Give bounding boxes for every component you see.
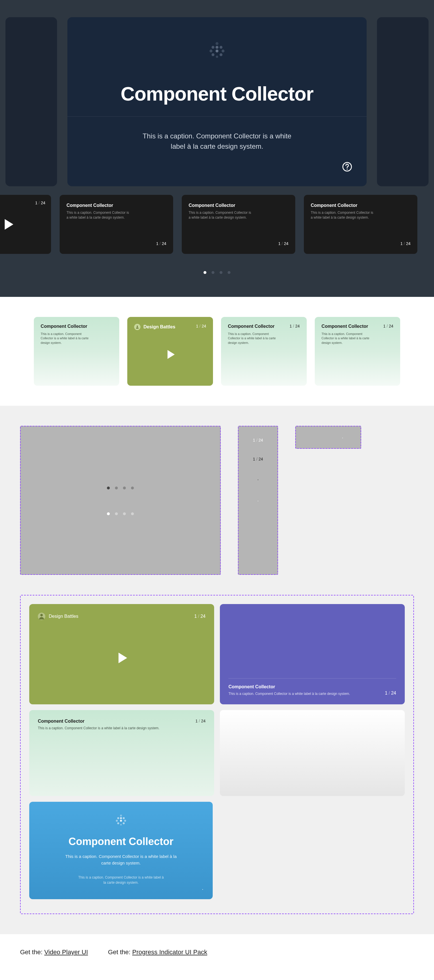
close-icon[interactable]	[255, 518, 261, 525]
close-icon[interactable]	[108, 323, 113, 329]
page-dot[interactable]	[107, 512, 110, 515]
help-icon[interactable]	[255, 497, 261, 504]
progress-indicator-link[interactable]: Progress Indicator UI Pack	[132, 948, 207, 956]
help-icon[interactable]	[255, 476, 261, 482]
card-title: Design Battles	[143, 325, 175, 329]
page-indicator-light	[21, 512, 220, 515]
mint-card[interactable]: Component Collector This is a caption. C…	[315, 317, 400, 386]
count-badge: 1/24	[196, 719, 206, 723]
spec-large-box	[20, 426, 221, 575]
next-arrow-icon[interactable]	[390, 651, 396, 658]
card-title: Component Collector	[228, 324, 300, 329]
page-dot[interactable]	[107, 487, 110, 489]
next-arrow-icon[interactable]	[205, 512, 212, 519]
avatar-icon	[134, 324, 140, 330]
olive-card[interactable]: Design Battles 1/24	[29, 604, 214, 704]
page-indicator-dark	[21, 487, 220, 489]
indigo-card[interactable]: Component Collector This is a caption. C…	[220, 604, 405, 704]
mint-card[interactable]: Component Collector This is a caption. C…	[221, 317, 307, 386]
next-arrow-icon[interactable]	[408, 347, 417, 356]
play-icon[interactable]	[113, 649, 131, 667]
diamond-dots-icon	[208, 40, 226, 60]
prev-arrow-icon[interactable]	[38, 749, 44, 757]
dark-thumb-playing[interactable]: n Battles 1/24	[0, 195, 51, 254]
thumb-title: Component Collector	[67, 203, 166, 208]
count-badge: 1/24	[156, 241, 166, 246]
page-dot[interactable]	[131, 512, 134, 515]
count-badge: 1/24	[383, 324, 393, 328]
close-icon[interactable]	[255, 539, 261, 546]
divider	[67, 116, 367, 117]
page-dot[interactable]	[123, 487, 126, 489]
help-icon[interactable]	[199, 885, 206, 892]
page-dot[interactable]	[115, 512, 118, 515]
video-player-ui-link[interactable]: Video Player UI	[44, 948, 88, 956]
page-dot[interactable]	[220, 271, 222, 274]
card-title: Component Collector	[322, 324, 394, 329]
count-badge: 1/24	[196, 324, 206, 328]
hero-side-card-left[interactable]	[5, 17, 57, 186]
count-badge: 1/24	[385, 690, 396, 696]
next-arrow-icon[interactable]	[199, 651, 206, 658]
blue-card[interactable]: Component Collector This is a caption. C…	[29, 802, 213, 899]
card-title: Component Collector	[228, 684, 350, 689]
prev-arrow-icon[interactable]	[311, 434, 317, 441]
prev-arrow-icon[interactable]	[29, 512, 36, 519]
count-badge-dark: 1/24	[253, 457, 263, 461]
white-card[interactable]	[220, 710, 405, 796]
thumb-caption: This is a caption. Component Collector i…	[311, 210, 374, 220]
dark-thumb[interactable]: Component Collector This is a caption. C…	[182, 195, 295, 254]
count-badge: 1/24	[290, 324, 300, 328]
play-icon[interactable]	[0, 203, 44, 246]
hero-title: Component Collector	[85, 83, 349, 105]
card-caption: This is a caption. Component Collector i…	[41, 332, 92, 345]
card-caption: This is a caption. Component Collector i…	[38, 726, 206, 730]
help-icon[interactable]	[340, 434, 345, 441]
prev-arrow-icon[interactable]	[228, 651, 235, 658]
thumb-caption: This is a caption. Component Collector i…	[188, 210, 252, 220]
prev-arrow-icon[interactable]	[29, 556, 36, 563]
spec-narrow-box: 1/24 1/24	[238, 426, 278, 575]
page-dot[interactable]	[115, 487, 118, 489]
thumb-title: Component Collector	[311, 203, 410, 208]
page-dot[interactable]	[123, 512, 126, 515]
prev-arrow-icon[interactable]	[38, 651, 44, 658]
svg-point-12	[137, 326, 138, 327]
diamond-dots-icon	[38, 813, 204, 827]
page-dot[interactable]	[228, 271, 230, 274]
footer-link-2: Get the: Progress Indicator UI Pack	[108, 948, 207, 956]
card-title: Component Collector	[41, 324, 113, 329]
page-dot[interactable]	[204, 271, 206, 274]
olive-card[interactable]: Design Battles 1/24	[127, 317, 213, 386]
next-arrow-icon[interactable]	[198, 847, 204, 854]
prev-arrow-icon[interactable]	[17, 347, 26, 356]
page-indicator	[0, 271, 434, 274]
next-arrow-icon[interactable]	[199, 749, 206, 757]
card-caption: This is a caption. Component Collector i…	[322, 332, 373, 345]
thumb-caption: This is a caption. Component Collector i…	[67, 210, 129, 220]
card-title: Component Collector	[38, 719, 206, 724]
dark-thumb[interactable]: Component Collector This is a caption. C…	[60, 195, 173, 254]
next-arrow-icon[interactable]	[326, 434, 331, 441]
hero-side-card-right[interactable]	[377, 17, 429, 186]
light-carousel-section: Component Collector This is a caption. C…	[0, 297, 434, 406]
svg-point-13	[40, 614, 43, 616]
prev-arrow-icon[interactable]	[38, 847, 44, 854]
dark-thumb[interactable]: Component Collector This is a caption. C…	[304, 195, 417, 254]
mint-card[interactable]: Component Collector This is a caption. C…	[29, 710, 214, 796]
footer-links: Get the: Video Player UI Get the: Progre…	[0, 934, 434, 979]
mint-card[interactable]: Component Collector This is a caption. C…	[34, 317, 120, 386]
count-badge: 1/24	[278, 241, 288, 246]
count-badge: 1/24	[195, 614, 206, 619]
page-dot[interactable]	[212, 271, 214, 274]
card-title: Component Collector	[38, 835, 204, 848]
count-badge: 1/24	[400, 241, 410, 246]
spec-section: 1/24 1/24	[0, 406, 434, 595]
page-dot[interactable]	[131, 487, 134, 489]
footer-link-1: Get the: Video Player UI	[20, 948, 88, 956]
thumb-title: Component Collector	[188, 203, 288, 208]
next-arrow-icon[interactable]	[205, 556, 212, 563]
play-icon[interactable]	[134, 330, 206, 379]
grid-spec-box: Design Battles 1/24 Compo	[20, 595, 414, 914]
help-icon[interactable]	[342, 162, 352, 172]
